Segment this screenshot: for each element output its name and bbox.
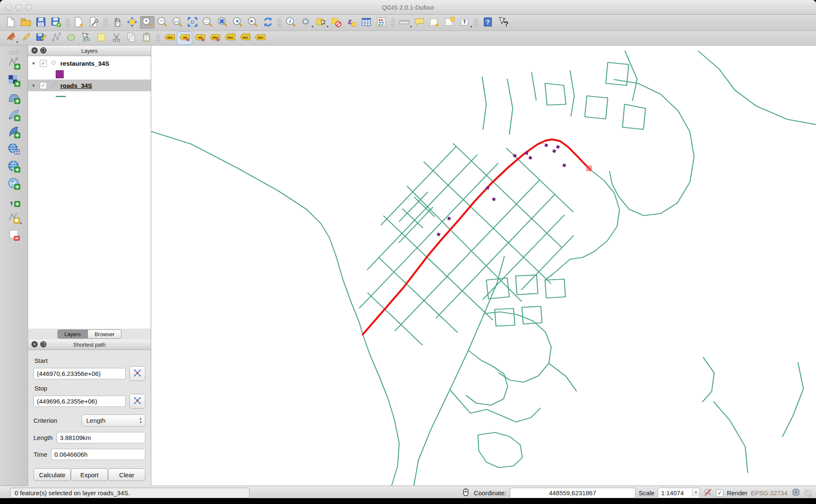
float-panel-icon[interactable]: ❐ — [40, 47, 46, 54]
zoom-to-selection-button[interactable]: □ — [200, 16, 215, 29]
title-bar[interactable]: QGIS 2.0.1-Dufour — [0, 0, 816, 15]
time-output[interactable]: 0.0646606h — [51, 449, 145, 460]
float-panel-icon[interactable]: ❐ — [40, 341, 46, 347]
add-postgis-layer-button[interactable] — [6, 91, 22, 105]
select-features-button[interactable]: ▾ — [314, 16, 328, 29]
measure-button[interactable]: ▾ — [397, 16, 412, 29]
zoom-in-button[interactable]: + — [140, 16, 155, 29]
crs-globe-icon[interactable] — [791, 487, 801, 498]
dropdown-arrow-icon[interactable]: ▾ — [470, 25, 472, 28]
dropdown-arrow-icon[interactable]: ▾ — [410, 25, 412, 28]
add-feature-button[interactable] — [49, 32, 63, 44]
coordinate-input[interactable]: 448559,6231867 — [510, 488, 635, 498]
add-wms-layer-button[interactable] — [6, 143, 22, 157]
capture-stop-button[interactable] — [129, 394, 145, 409]
map-canvas[interactable] — [151, 46, 816, 486]
add-delimited-text-layer-button[interactable]: , — [6, 194, 22, 208]
node-tool-button[interactable] — [79, 32, 93, 44]
open-attribute-table-button[interactable] — [359, 16, 374, 29]
layer-labeling-options-button[interactable]: abc — [162, 32, 177, 44]
help-contents-button[interactable]: ? — [480, 16, 495, 29]
move-feature-button[interactable] — [64, 32, 78, 44]
save-project-button[interactable] — [34, 16, 48, 29]
dropdown-arrow-icon[interactable]: ▾ — [327, 25, 328, 28]
new-project-button[interactable] — [3, 16, 18, 29]
open-project-button[interactable] — [18, 16, 33, 29]
scale-combo[interactable]: 1:14074 ▼ — [658, 488, 700, 498]
stop-rendering-icon[interactable] — [703, 488, 713, 498]
expand-caret-icon[interactable]: ▼ — [31, 83, 37, 88]
refresh-button[interactable] — [261, 16, 275, 29]
add-wcs-layer-button[interactable] — [6, 160, 22, 174]
current-edits-button[interactable]: ▾ — [3, 32, 18, 44]
minimize-window-button[interactable] — [15, 4, 22, 11]
combo-arrow-icon[interactable]: ▼ — [692, 489, 699, 496]
add-spatialite-layer-button[interactable] — [6, 108, 22, 123]
field-calculator-button[interactable] — [374, 16, 389, 29]
show-bookmarks-button[interactable] — [442, 16, 457, 29]
add-wfs-layer-button[interactable] — [6, 177, 22, 191]
layer-name[interactable]: roads_34S — [60, 82, 92, 89]
layer-visibility-checkbox[interactable]: ✓ — [40, 82, 47, 89]
close-panel-icon[interactable]: ✕ — [31, 47, 38, 54]
pan-map-button[interactable] — [110, 16, 124, 29]
line-symbol-swatch[interactable] — [56, 96, 66, 97]
deselect-features-button[interactable] — [329, 16, 343, 29]
add-raster-layer-button[interactable] — [6, 74, 22, 88]
criterion-select[interactable]: Length ▲▼ — [82, 414, 145, 427]
close-window-button[interactable] — [5, 4, 12, 11]
map-tips-button[interactable] — [412, 16, 427, 29]
point-symbol-swatch[interactable] — [56, 70, 64, 78]
dock-tab-browser[interactable]: Browser — [88, 329, 122, 339]
zoom-native-button[interactable]: 1:1 — [170, 16, 185, 29]
pan-to-selection-button[interactable] — [125, 16, 139, 29]
dropdown-arrow-icon[interactable]: ▾ — [312, 25, 313, 28]
zoom-next-button[interactable]: ▸ — [245, 16, 260, 29]
paste-features-button[interactable] — [139, 32, 154, 44]
dropdown-arrow-icon[interactable]: ▾ — [16, 40, 18, 44]
text-annotation-button[interactable]: T▾ — [457, 16, 472, 29]
zoom-full-button[interactable] — [185, 16, 200, 29]
clear-button[interactable]: Clear — [108, 468, 145, 481]
copy-features-button[interactable] — [124, 32, 139, 44]
label-highlight-pinned-button[interactable]: ab — [192, 32, 207, 44]
new-print-composer-button[interactable]: ★ — [72, 16, 86, 29]
export-button[interactable]: Export — [71, 468, 108, 481]
zoom-last-button[interactable]: ◂ — [230, 16, 245, 29]
label-properties-button[interactable]: abc — [253, 32, 267, 44]
render-checkbox[interactable]: ✓ — [716, 489, 723, 497]
label-rotate-button[interactable]: abcabc — [222, 32, 237, 44]
mouse-position-icon[interactable] — [461, 488, 470, 498]
label-change-button[interactable]: abcabc — [238, 32, 252, 44]
composer-manager-button[interactable] — [87, 16, 101, 29]
length-output[interactable]: 3.88109km — [57, 432, 145, 443]
add-vector-layer-button[interactable] — [6, 57, 22, 71]
expand-caret-icon[interactable]: ▼ — [31, 61, 37, 66]
close-panel-icon[interactable]: ✕ — [31, 341, 38, 347]
layer-name[interactable]: restaurants_34S — [60, 60, 109, 67]
new-bookmark-button[interactable]: ★ — [427, 16, 442, 29]
layer-item-roads_34S[interactable]: ▼✓roads_34S — [28, 80, 151, 91]
label-move-button[interactable]: abc — [207, 32, 222, 44]
dock-tab-layers[interactable]: Layers — [57, 329, 88, 339]
cut-features-button[interactable] — [109, 32, 124, 44]
layer-visibility-checkbox[interactable]: ✓ — [40, 60, 47, 67]
run-feature-action-button[interactable]: ▾ — [299, 16, 313, 29]
resize-grip[interactable] — [804, 489, 812, 497]
save-project-as-button[interactable] — [49, 16, 63, 29]
stop-input[interactable]: (449696,6.2355e+06) — [34, 396, 126, 407]
save-layer-edits-button[interactable] — [34, 32, 48, 44]
dropdown-arrow-icon[interactable]: ▾ — [20, 221, 22, 225]
capture-start-button[interactable] — [129, 366, 145, 381]
start-input[interactable]: (446970,6.23356e+06) — [34, 368, 126, 379]
layer-item-restaurants_34S[interactable]: ▼✓restaurants_34S — [28, 57, 151, 69]
new-shapefile-layer-button[interactable]: ✱▾ — [6, 211, 22, 226]
select-by-expression-button[interactable]: ε — [344, 16, 359, 29]
zoom-out-button[interactable]: − — [155, 16, 170, 29]
whats-this-button[interactable]: ? — [496, 16, 510, 29]
toggle-editing-button[interactable] — [18, 32, 33, 44]
add-mssql-layer-button[interactable] — [6, 126, 22, 140]
delete-selected-button[interactable] — [94, 32, 108, 44]
calculate-button[interactable]: Calculate — [34, 468, 71, 481]
remove-layer-button[interactable] — [6, 229, 22, 243]
